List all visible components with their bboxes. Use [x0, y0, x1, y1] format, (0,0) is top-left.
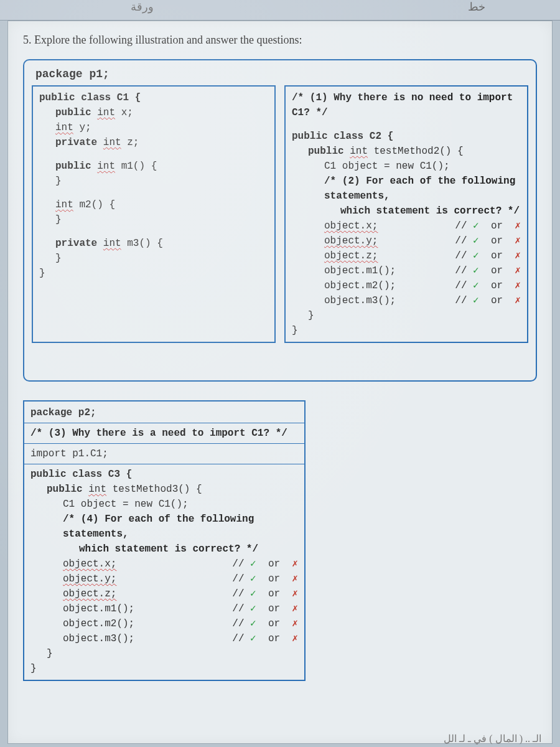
c2-close: }	[292, 323, 521, 338]
code-box-c3: package p2; /* (3) Why there is a need t…	[23, 400, 306, 681]
c3-line: public class C3 {	[30, 467, 298, 482]
answer-choice[interactable]: // ✓ or ✗	[455, 278, 521, 293]
stmt-row: object.x; // ✓ or ✗	[292, 218, 521, 233]
stmt-row: object.y; // ✓ or ✗	[292, 233, 521, 248]
header-script-right: خط	[468, 0, 485, 14]
stmt-row: object.x; // ✓ or ✗	[30, 557, 298, 571]
window-header: ورقة خط	[0, 0, 560, 21]
answer-choice[interactable]: // ✓ or ✗	[232, 601, 298, 616]
answer-choice[interactable]: // ✓ or ✗	[455, 218, 521, 233]
question-title: 5. Explore the following illustration an…	[23, 34, 537, 47]
stmt-row: object.m1(); // ✓ or ✗	[30, 601, 298, 616]
document-page: 5. Explore the following illustration an…	[7, 21, 553, 744]
answer-choice[interactable]: // ✓ or ✗	[232, 631, 298, 646]
answer-choice[interactable]: // ✓ or ✗	[232, 557, 298, 571]
c3-line: public int testMethod3() {	[30, 482, 298, 497]
question-3: /* (3) Why there is a need to import C1?…	[30, 426, 298, 441]
c1-line: private int z;	[39, 135, 268, 150]
package-line-p1: package p1;	[35, 68, 528, 80]
stmt-row: object.m2(); // ✓ or ✗	[30, 616, 298, 631]
c1-line: }	[39, 266, 268, 281]
c2-line: public class C2 {	[292, 129, 521, 144]
answer-choice[interactable]: // ✓ or ✗	[232, 571, 298, 586]
question-2b: which statement is correct? */	[292, 204, 521, 218]
stmt-row: object.z; // ✓ or ✗	[30, 586, 298, 601]
answer-choice[interactable]: // ✓ or ✗	[455, 248, 521, 263]
c1-line: }	[39, 251, 268, 266]
c1-line: int y;	[39, 120, 268, 135]
c1-line: }	[39, 174, 268, 189]
import-line: import p1.C1;	[30, 446, 298, 461]
answer-choice[interactable]: // ✓ or ✗	[455, 293, 521, 308]
c2-line: public int testMethod2() {	[292, 144, 521, 159]
code-box-c1: public class C1 { public int x; int y; p…	[32, 85, 276, 343]
stmt-row: object.z; // ✓ or ✗	[292, 248, 521, 263]
answer-choice[interactable]: // ✓ or ✗	[232, 616, 298, 631]
answer-choice[interactable]: // ✓ or ✗	[455, 233, 521, 248]
question-4b: which statement is correct? */	[30, 542, 298, 557]
stmt-row: object.m3(); // ✓ or ✗	[292, 293, 521, 308]
answer-choice[interactable]: // ✓ or ✗	[455, 263, 521, 278]
code-box-c2: /* (1) Why there is no need to import C1…	[284, 85, 528, 343]
stmt-row: object.m1(); // ✓ or ✗	[292, 263, 521, 278]
c3-close: }	[30, 661, 298, 676]
answer-choice[interactable]: // ✓ or ✗	[232, 586, 298, 601]
header-script-left: ورقة	[131, 0, 154, 14]
c3-close: }	[30, 646, 298, 661]
c1-line: private int m3() {	[39, 236, 268, 251]
stmt-row: object.y; // ✓ or ✗	[30, 571, 298, 586]
c3-line: C1 object = new C1();	[30, 497, 298, 512]
c1-line: public int x;	[39, 105, 268, 120]
question-2a: /* (2) For each of the following stateme…	[292, 174, 521, 204]
c1-line: public int m1() {	[39, 159, 268, 174]
frame-package-p1: package p1; public class C1 { public int…	[23, 59, 537, 382]
c2-line: C1 object = new C1();	[292, 159, 521, 174]
c1-line: public class C1 {	[39, 90, 268, 105]
c1-line: int m2() {	[39, 197, 268, 212]
package-line-p2: package p2;	[30, 405, 298, 420]
question-1: /* (1) Why there is no need to import C1…	[292, 90, 521, 120]
stmt-row: object.m2(); // ✓ or ✗	[292, 278, 521, 293]
c2-close: }	[292, 308, 521, 323]
question-4a: /* (4) For each of the following stateme…	[30, 512, 298, 542]
stmt-row: object.m3(); // ✓ or ✗	[30, 631, 298, 646]
c1-line: }	[39, 212, 268, 227]
bottom-scribble: ‫الـ .. ( المال ) في ـ لـ الل‬	[444, 733, 541, 745]
